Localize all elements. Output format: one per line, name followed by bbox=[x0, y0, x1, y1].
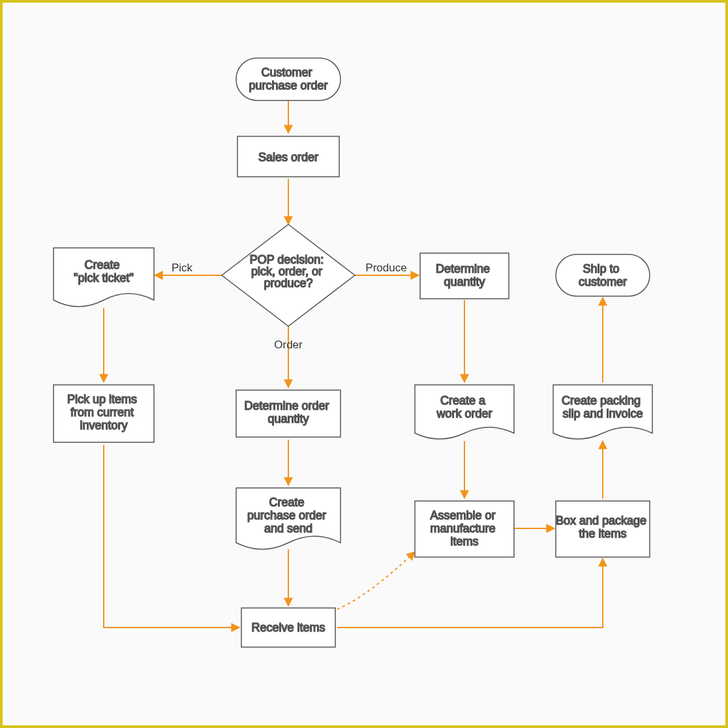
nodes: Customer purchase order Sales order POP … bbox=[53, 58, 652, 647]
node-box: Box and package the items bbox=[556, 501, 650, 557]
svg-text:Create packing
        slip an: Create packing slip and invoice bbox=[562, 394, 644, 420]
edge-receive-to-assemble-dotted bbox=[337, 552, 415, 609]
node-pickup: Pick up items from current inventory bbox=[53, 385, 154, 442]
node-decision: POP decision: pick, order, or produce? bbox=[222, 224, 355, 326]
edge-label-produce: Produce bbox=[365, 262, 406, 274]
node-create-pick: Create "pick ticket" bbox=[53, 248, 154, 307]
flowchart-svg: Pick Order Produce Customer purchase ord… bbox=[3, 3, 725, 725]
svg-text:Create a
        work order: Create a work order bbox=[436, 394, 492, 420]
node-packing-slip: Create packing slip and invoice bbox=[553, 385, 652, 439]
svg-text:Receive items: Receive items bbox=[251, 621, 325, 634]
node-det-qty: Determine quantity bbox=[420, 253, 509, 299]
edge-label-pick: Pick bbox=[172, 262, 193, 274]
svg-text:Determine
        quantity: Determine quantity bbox=[436, 262, 493, 288]
node-work-order: Create a work order bbox=[415, 385, 514, 439]
diagram-frame: Pick Order Produce Customer purchase ord… bbox=[0, 0, 728, 728]
node-det-order-qty: Determine order quantity bbox=[236, 390, 341, 437]
svg-text:Ship to
        customer: Ship to customer bbox=[579, 262, 627, 288]
node-sales-order: Sales order bbox=[237, 136, 339, 177]
edges bbox=[104, 100, 603, 628]
edge-label-order: Order bbox=[274, 339, 303, 351]
node-assemble: Assemble or manufacture items bbox=[415, 501, 514, 557]
node-start: Customer purchase order bbox=[236, 58, 341, 100]
edge-receive-to-box bbox=[337, 558, 603, 628]
node-create-po: Create purchase order and send bbox=[236, 488, 341, 549]
svg-text:Sales order: Sales order bbox=[258, 151, 318, 164]
edge-pickup-to-receive bbox=[104, 445, 239, 628]
node-receive: Receive items bbox=[241, 608, 335, 647]
node-ship: Ship to customer bbox=[556, 254, 650, 296]
